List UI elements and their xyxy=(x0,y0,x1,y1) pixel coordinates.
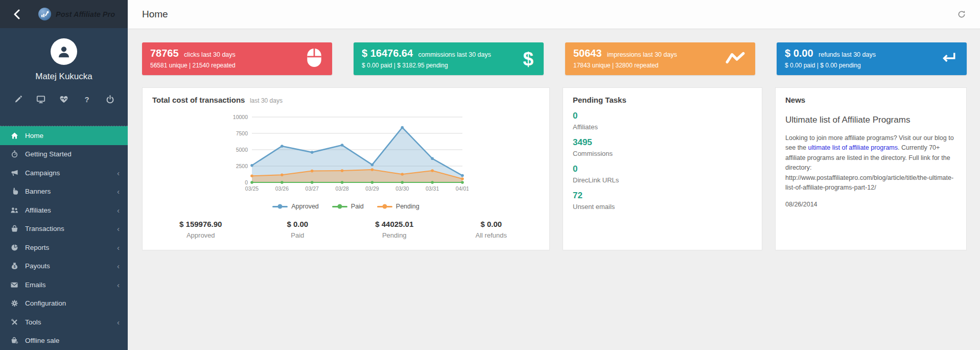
sidebar-item-banners[interactable]: Banners ‹ xyxy=(0,182,128,201)
refresh-icon xyxy=(958,10,966,18)
clicks-card[interactable]: 78765 clicks last 30 days 56581 unique |… xyxy=(142,42,332,75)
dashboard-content: 78765 clicks last 30 days 56581 unique |… xyxy=(128,29,980,350)
transactions-chart: 02500500075001000003/2503/2603/2703/2803… xyxy=(223,112,469,202)
refunds-card[interactable]: $ 0.00 refunds last 30 days $ 0.00 paid … xyxy=(777,42,967,75)
sidebar-item-payouts[interactable]: $ Payouts ‹ xyxy=(0,257,128,276)
sidebar-item-tools[interactable]: Tools ‹ xyxy=(0,313,128,332)
back-chevron-icon xyxy=(13,9,20,19)
sidebar-item-transactions[interactable]: Transactions ‹ xyxy=(0,220,128,239)
svg-text:0: 0 xyxy=(245,179,248,185)
chevron-left-icon: ‹ xyxy=(117,169,120,177)
legend-item-approved[interactable]: Approved xyxy=(272,203,319,210)
sidebar-item-label: Emails xyxy=(25,281,46,289)
summary-paid: $ 0.00 Paid xyxy=(249,220,346,239)
transactions-panel: Total cost of transactions last 30 days … xyxy=(142,87,550,250)
pie-chart-icon xyxy=(9,244,19,251)
basket-icon xyxy=(9,225,19,232)
power-icon[interactable] xyxy=(104,94,115,104)
legend-item-paid[interactable]: Paid xyxy=(332,203,364,210)
news-article-link[interactable]: ultimate list of affiliate programs xyxy=(808,144,898,151)
legend-item-pending[interactable]: Pending xyxy=(377,203,419,210)
monitor-icon[interactable] xyxy=(35,94,46,104)
sidebar-item-affiliates[interactable]: Affiliates ‹ xyxy=(0,201,128,220)
person-icon xyxy=(56,44,72,59)
sidebar-item-reports[interactable]: Reports ‹ xyxy=(0,238,128,257)
commissions-value: $ 16476.64 xyxy=(362,48,413,59)
main-area: Home 78765 clicks last 30 days 56581 uni… xyxy=(128,0,980,350)
task-direclink-urls: 0 DirecLink URLs xyxy=(573,164,752,184)
news-article-title: Ultimate list of Affiliate Programs xyxy=(785,115,956,125)
sidebar-item-campaigns[interactable]: Campaigns ‹ xyxy=(0,164,128,182)
refunds-value: $ 0.00 xyxy=(785,48,813,59)
page-title: Home xyxy=(142,9,168,20)
refresh-button[interactable] xyxy=(958,10,966,18)
refunds-label: refunds last 30 days xyxy=(819,51,876,58)
sidebar-menu: Home Getting Started Campaigns ‹ Banner xyxy=(0,126,128,350)
sidebar-item-getting-started[interactable]: Getting Started xyxy=(0,145,128,164)
sidebar-item-home[interactable]: Home xyxy=(0,126,128,145)
legend-marker xyxy=(377,206,392,207)
collapse-sidebar-button[interactable] xyxy=(9,7,25,22)
chart-legend: Approved Paid Pending xyxy=(272,203,419,210)
sidebar-item-offline-sale[interactable]: Offline sale xyxy=(0,332,128,350)
help-icon[interactable]: ? xyxy=(81,94,92,104)
task-unsent-emails: 72 Unsent emails xyxy=(573,191,752,211)
sidebar-item-label: Transactions xyxy=(25,225,64,232)
svg-text:03/26: 03/26 xyxy=(275,185,289,192)
panels-row: Total cost of transactions last 30 days … xyxy=(142,87,967,250)
sidebar-item-label: Affiliates xyxy=(25,206,51,214)
news-date: 08/26/2014 xyxy=(785,201,956,208)
post-affiliate-pro-logo-icon xyxy=(38,7,52,21)
svg-text:7500: 7500 xyxy=(236,130,248,136)
chevron-left-icon: ‹ xyxy=(117,188,120,195)
svg-text:2500: 2500 xyxy=(236,163,248,169)
clicks-value: 78765 xyxy=(150,48,179,59)
quick-actions: ? xyxy=(0,94,128,104)
avatar[interactable] xyxy=(51,38,77,65)
chart-wrap: 02500500075001000003/2503/2603/2703/2803… xyxy=(152,112,540,210)
sidebar-item-configuration[interactable]: Configuration xyxy=(0,294,128,313)
home-icon xyxy=(9,132,19,139)
commissions-label: commissions last 30 days xyxy=(418,51,491,58)
heartbeat-icon[interactable] xyxy=(58,94,69,104)
chevron-left-icon: ‹ xyxy=(117,318,120,326)
chevron-left-icon: ‹ xyxy=(117,206,120,214)
refunds-sub: $ 0.00 paid | $ 0.00 pending xyxy=(785,62,959,69)
stopwatch-icon xyxy=(9,150,19,158)
pencil-icon[interactable] xyxy=(12,94,24,104)
svg-text:$: $ xyxy=(13,265,15,269)
users-icon xyxy=(9,206,19,214)
legend-marker xyxy=(272,206,288,207)
svg-text:04/01: 04/01 xyxy=(456,185,469,192)
impressions-card[interactable]: 50643 impressions last 30 days 17843 uni… xyxy=(565,42,755,75)
task-affiliates: 0 Affiliates xyxy=(573,111,752,131)
brand-name: Post Affiliate Pro xyxy=(56,10,115,18)
stat-cards-row: 78765 clicks last 30 days 56581 unique |… xyxy=(142,42,967,75)
commissions-sub: $ 0.00 paid | $ 3182.95 pending xyxy=(362,62,535,69)
sidebar-item-emails[interactable]: Emails ‹ xyxy=(0,275,128,294)
svg-text:5000: 5000 xyxy=(236,147,248,153)
svg-text:03/31: 03/31 xyxy=(426,185,439,192)
legend-marker xyxy=(332,206,347,207)
svg-text:03/28: 03/28 xyxy=(335,185,348,192)
impressions-sub: 17843 unique | 32800 repeated xyxy=(573,62,747,69)
transactions-panel-title: Total cost of transactions xyxy=(152,96,245,104)
offline-sale-icon xyxy=(9,337,19,344)
brand-logo[interactable]: Post Affiliate Pro xyxy=(38,7,115,21)
svg-text:03/29: 03/29 xyxy=(365,185,379,192)
sidebar-item-label: Getting Started xyxy=(25,150,72,158)
sidebar-item-label: Banners xyxy=(25,188,51,195)
impressions-value: 50643 xyxy=(573,48,602,59)
chart-summary-row: $ 159976.90 Approved $ 0.00 Paid $ 44025… xyxy=(152,220,540,242)
summary-pending: $ 44025.01 Pending xyxy=(346,220,443,239)
app-root: Post Affiliate Pro Matej Kukucka ? xyxy=(0,0,980,350)
sidebar-item-label: Configuration xyxy=(25,299,66,307)
pending-tasks-title: Pending Tasks xyxy=(573,96,752,104)
sidebar-item-label: Tools xyxy=(25,318,41,326)
summary-approved: $ 159976.90 Approved xyxy=(152,220,249,239)
pending-tasks-panel: Pending Tasks 0 Affiliates 3495 Commissi… xyxy=(563,87,762,250)
chevron-left-icon: ‹ xyxy=(117,225,120,232)
svg-text:03/25: 03/25 xyxy=(245,185,259,192)
commissions-card[interactable]: $ 16476.64 commissions last 30 days $ 0.… xyxy=(354,42,544,75)
sidebar-item-label: Reports xyxy=(25,244,49,251)
